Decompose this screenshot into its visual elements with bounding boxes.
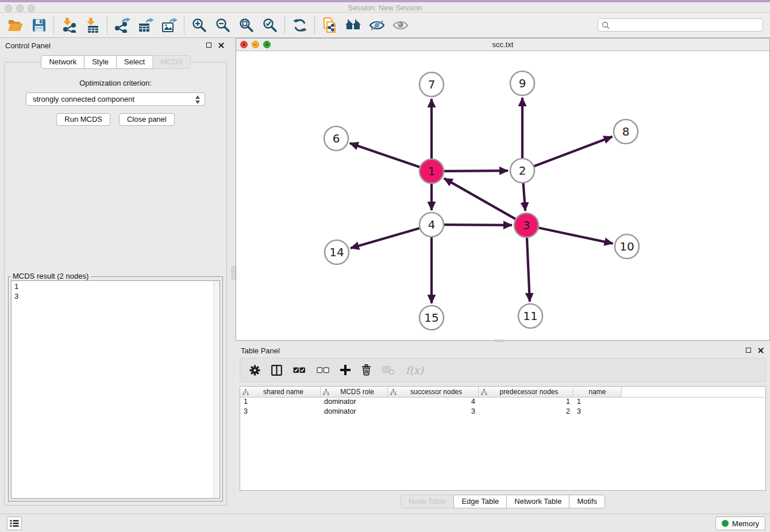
cell-successor-nodes[interactable]: 3	[388, 407, 479, 417]
table-row[interactable]: 3dominator323	[240, 407, 765, 417]
mcds-result-title: MCDS result (2 nodes)	[11, 272, 90, 280]
cell-successor-nodes[interactable]: 4	[388, 398, 479, 407]
hide-details-icon[interactable]	[365, 14, 388, 36]
search-box[interactable]	[598, 18, 763, 32]
export-table-icon[interactable]	[134, 14, 157, 36]
edge-3-1[interactable]	[444, 178, 515, 219]
memory-button[interactable]: Memory	[715, 516, 765, 530]
cell-MCDS-role[interactable]: dominator	[321, 398, 388, 407]
attribute-icon	[323, 389, 329, 395]
cell-predecessor-nodes[interactable]: 1	[479, 398, 573, 407]
float-panel-icon[interactable]	[206, 43, 211, 48]
vertical-splitter[interactable]	[232, 38, 236, 514]
tab-node-table[interactable]: Node Table	[401, 495, 455, 508]
edge-1-2[interactable]	[444, 171, 508, 171]
control-panel-tabs: NetworkStyleSelectMCDS	[0, 55, 232, 69]
close-panel-icon[interactable]	[218, 42, 224, 48]
tab-edge-table[interactable]: Edge Table	[453, 495, 507, 508]
cell-predecessor-nodes[interactable]: 2	[479, 407, 573, 417]
mcds-result-box: 13	[11, 280, 220, 499]
export-image-icon[interactable]	[157, 14, 181, 36]
edge-2-8[interactable]	[534, 137, 613, 166]
zoom-selected-icon[interactable]	[258, 14, 282, 36]
zoom-fit-icon[interactable]	[234, 14, 258, 36]
table-header-row: shared nameMCDS rolesuccessor nodesprede…	[240, 387, 765, 398]
edge-4-14[interactable]	[351, 228, 419, 248]
panel-menu-button[interactable]	[7, 516, 22, 530]
edge-3-10[interactable]	[539, 228, 613, 244]
column-header-successor-nodes[interactable]: successor nodes	[388, 387, 479, 397]
edge-3-11[interactable]	[527, 238, 530, 302]
column-header-MCDS-role[interactable]: MCDS role	[321, 387, 388, 397]
refresh-icon[interactable]	[288, 14, 311, 36]
main-toolbar	[0, 13, 770, 38]
control-panel-title: Control Panel	[5, 41, 51, 50]
float-panel-icon[interactable]	[746, 348, 751, 353]
edge-4-3[interactable]	[444, 225, 512, 225]
mcds-result-group: MCDS result (2 nodes) 13	[8, 276, 223, 502]
node-label-2: 2	[519, 164, 526, 178]
tab-select[interactable]: Select	[116, 55, 153, 69]
network-titlebar[interactable]: × − + scc.txt	[236, 38, 769, 51]
close-panel-button[interactable]: Close panel	[119, 113, 175, 126]
network-scrollbar-handle[interactable]	[495, 340, 504, 342]
criterion-select[interactable]: strongly connected component	[26, 92, 205, 106]
home-networks-icon[interactable]	[341, 14, 365, 36]
table-row[interactable]: 1dominator411	[240, 398, 765, 407]
select-stepper-icon	[195, 95, 201, 104]
import-table-icon[interactable]	[80, 14, 104, 36]
import-network-icon[interactable]	[57, 14, 80, 36]
tab-mcds[interactable]: MCDS	[152, 55, 190, 69]
mcds-result-lines: 13	[11, 281, 213, 498]
cell-name[interactable]: 3	[573, 407, 622, 417]
tab-style[interactable]: Style	[84, 55, 117, 69]
run-mcds-button[interactable]: Run MCDS	[56, 113, 110, 126]
search-input[interactable]	[610, 20, 759, 30]
delete-column-icon[interactable]	[361, 364, 371, 376]
splitter-handle[interactable]	[232, 267, 236, 279]
tab-network-table[interactable]: Network Table	[506, 495, 569, 508]
node-label-9: 9	[519, 76, 526, 90]
cell-shared-name[interactable]: 1	[240, 398, 321, 407]
edge-2-3[interactable]	[523, 183, 526, 211]
node-label-11: 11	[523, 309, 537, 323]
zoom-out-icon[interactable]	[211, 14, 234, 36]
network-canvas[interactable]: 7968124314101511	[236, 51, 769, 340]
select-all-icon[interactable]	[293, 365, 306, 375]
cell-MCDS-role[interactable]: dominator	[321, 407, 388, 417]
tab-motifs[interactable]: Motifs	[569, 495, 605, 508]
column-header-name[interactable]: name	[573, 387, 622, 397]
column-header-shared-name[interactable]: shared name	[240, 387, 321, 397]
mcds-result-line: 3	[14, 291, 210, 301]
window-titlebar: Session: New Session	[0, 0, 770, 13]
open-file-icon[interactable]	[3, 14, 27, 36]
network-graph[interactable]: 7968124314101511	[236, 51, 769, 340]
list-icon	[10, 519, 19, 527]
show-details-icon[interactable]	[388, 14, 412, 36]
clone-network-icon[interactable]	[318, 14, 341, 36]
control-panel-header: Control Panel	[0, 38, 232, 53]
settings-gear-icon[interactable]	[249, 365, 260, 376]
window-title: Session: New Session	[0, 3, 770, 12]
export-network-icon[interactable]	[110, 14, 134, 36]
save-session-icon[interactable]	[27, 14, 51, 36]
show-columns-icon[interactable]	[271, 365, 282, 376]
node-label-10: 10	[619, 240, 634, 253]
deselect-all-icon[interactable]	[317, 365, 329, 375]
cell-shared-name[interactable]: 3	[240, 407, 321, 417]
add-column-icon[interactable]	[340, 365, 351, 375]
node-label-15: 15	[424, 311, 438, 325]
close-panel-icon[interactable]	[757, 347, 764, 353]
toolbar-separator	[314, 17, 315, 34]
tab-network[interactable]: Network	[41, 55, 84, 69]
result-scrollbar[interactable]	[213, 281, 220, 498]
table-tabs: Node TableEdge TableNetwork TableMotifs	[236, 495, 770, 508]
zoom-in-icon[interactable]	[187, 14, 211, 36]
network-window: × − + scc.txt 7968124314101511	[236, 38, 770, 341]
cell-name[interactable]: 1	[573, 398, 622, 407]
node-label-4: 4	[428, 218, 436, 232]
node-table[interactable]: shared nameMCDS rolesuccessor nodesprede…	[240, 386, 766, 491]
edge-1-6[interactable]	[350, 143, 420, 167]
column-header-predecessor-nodes[interactable]: predecessor nodes	[479, 387, 573, 397]
delete-table-icon	[382, 365, 395, 375]
